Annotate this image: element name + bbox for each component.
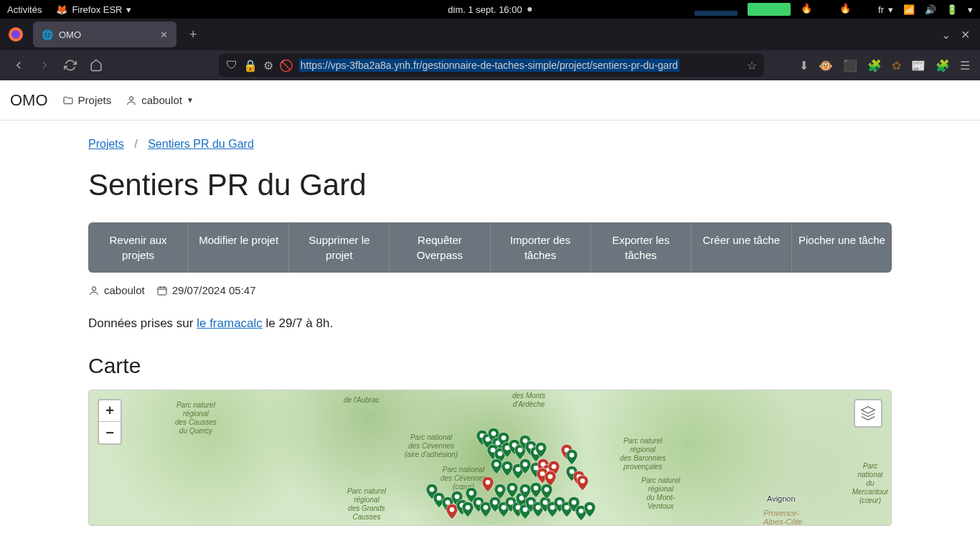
svg-point-45 xyxy=(493,500,498,505)
back-button[interactable] xyxy=(7,54,30,77)
svg-point-21 xyxy=(494,462,499,467)
close-tab-icon[interactable]: ✕ xyxy=(160,29,168,40)
action-query-overpass[interactable]: Requêter Overpass xyxy=(390,222,490,273)
svg-point-61 xyxy=(510,486,515,491)
bookmark-star-icon[interactable]: ☆ xyxy=(747,59,757,72)
extensions-icon[interactable]: 🧩 xyxy=(936,59,950,72)
svg-point-24 xyxy=(523,462,528,467)
map-region-label: de l'Aubrac xyxy=(344,396,380,405)
map-marker[interactable] xyxy=(519,484,531,499)
cpu-graph-icon[interactable] xyxy=(694,3,738,16)
url-text: https://vps-3fba2a8a.ynh.fr/gestionnaire… xyxy=(299,59,679,72)
shield-icon[interactable]: 🛡 xyxy=(226,59,237,72)
map-marker[interactable] xyxy=(577,475,588,491)
map-zoom-out[interactable]: − xyxy=(99,422,121,443)
home-button[interactable] xyxy=(85,54,108,77)
app-brand[interactable]: OMO xyxy=(10,91,48,110)
svg-point-22 xyxy=(505,464,510,469)
map-marker[interactable] xyxy=(501,461,513,476)
permissions-icon[interactable]: ⚙ xyxy=(263,59,273,72)
page-title: Sentiers PR du Gard xyxy=(88,168,892,202)
nav-projects-label: Projets xyxy=(78,94,112,106)
memory-graph-icon[interactable] xyxy=(748,3,791,16)
temp-graph-icon-2[interactable]: 🔥 xyxy=(839,3,868,16)
svg-point-59 xyxy=(588,505,593,510)
battery-icon[interactable]: 🔋 xyxy=(946,4,958,15)
page-content: Projets / Sentiers PR du Gard Sentiers P… xyxy=(88,121,892,543)
desc-suffix: le 29/7 à 8h. xyxy=(263,316,333,330)
reload-button[interactable] xyxy=(59,54,82,77)
map-zoom-in[interactable]: + xyxy=(99,400,121,422)
framacalc-link[interactable]: le framacalc xyxy=(197,316,263,330)
map-container[interactable]: Parc naturelrégionaldes Caussesdu Quercy… xyxy=(88,390,892,526)
svg-point-3 xyxy=(92,286,95,290)
globe-icon: 🌐 xyxy=(42,29,53,40)
map-marker[interactable] xyxy=(530,482,542,498)
map-marker[interactable] xyxy=(491,458,502,474)
map-region-label: Parc nationaldes Cévennes(cœur) xyxy=(440,466,486,491)
action-back-to-projects[interactable]: Revenir aux projets xyxy=(88,222,189,273)
svg-point-39 xyxy=(450,507,455,512)
meta-date: 29/07/2024 05:47 xyxy=(156,284,256,296)
breadcrumb-current[interactable]: Sentiers PR du Gard xyxy=(148,138,254,150)
pocket-icon[interactable]: ⬇ xyxy=(799,59,809,72)
nav-user-menu[interactable]: caboulot ▼ xyxy=(126,94,194,106)
svg-point-36 xyxy=(437,496,442,501)
ext-icon-2[interactable]: 🧩 xyxy=(867,59,882,72)
no-tracking-icon[interactable]: 🚫 xyxy=(279,59,293,72)
gnome-clock[interactable]: dim. 1 sept. 16:00 xyxy=(448,4,522,15)
volume-icon[interactable]: 🔊 xyxy=(925,4,936,15)
map-marker[interactable] xyxy=(584,501,595,517)
gnome-activities[interactable]: Activités xyxy=(7,4,42,15)
map-marker[interactable] xyxy=(507,482,518,498)
map-marker[interactable] xyxy=(519,458,531,474)
new-tab-button[interactable]: + xyxy=(184,24,203,45)
window-close-icon[interactable]: ✕ xyxy=(961,28,970,42)
ext-icon-1[interactable]: 🐵 xyxy=(819,59,833,72)
svg-point-60 xyxy=(498,487,503,492)
reader-icon[interactable]: 📰 xyxy=(911,59,925,72)
map-region-label: Parc nationaldu Mercantour(cœur) xyxy=(849,462,891,505)
map-zoom-control: + − xyxy=(98,399,122,445)
svg-point-34 xyxy=(486,480,491,485)
svg-point-38 xyxy=(455,494,460,499)
breadcrumb: Projets / Sentiers PR du Gard xyxy=(88,138,892,151)
wifi-icon[interactable]: 📶 xyxy=(903,4,915,15)
action-export-tasks[interactable]: Exporter les tâches xyxy=(591,222,692,273)
system-menu-chevron-icon[interactable]: ▾ xyxy=(968,4,973,15)
map-marker[interactable] xyxy=(535,442,547,458)
all-tabs-chevron-icon[interactable]: ⌄ xyxy=(941,28,951,42)
temp-graph-icon[interactable]: 🔥 xyxy=(801,3,829,16)
ext-icon-3[interactable]: ✿ xyxy=(892,59,901,72)
meta-author: caboulot xyxy=(88,284,145,296)
lock-icon[interactable]: 🔒 xyxy=(243,59,258,72)
svg-point-41 xyxy=(469,491,474,496)
map-layers-button[interactable] xyxy=(854,399,882,428)
url-bar[interactable]: 🛡 🔒 ⚙ 🚫 https://vps-3fba2a8a.ynh.fr/gest… xyxy=(219,54,764,77)
project-meta: caboulot 29/07/2024 05:47 xyxy=(88,284,892,296)
firefox-icon[interactable] xyxy=(3,22,29,47)
map-marker[interactable] xyxy=(494,484,506,499)
person-icon xyxy=(88,285,100,296)
keyboard-layout[interactable]: fr ▾ xyxy=(878,4,893,15)
map-marker[interactable] xyxy=(462,501,473,517)
gnome-active-app[interactable]: 🦊 Firefox ESR ▾ xyxy=(56,4,131,15)
svg-point-18 xyxy=(539,446,544,451)
menu-icon[interactable]: ☰ xyxy=(960,59,970,72)
svg-point-20 xyxy=(570,453,575,458)
action-import-tasks[interactable]: Importer des tâches xyxy=(491,222,591,273)
action-pick-task[interactable]: Piocher une tâche xyxy=(792,222,892,273)
browser-tab[interactable]: 🌐 OMO ✕ xyxy=(33,22,176,47)
action-create-task[interactable]: Créer une tâche xyxy=(692,222,792,273)
action-delete-project[interactable]: Supprimer le projet xyxy=(289,222,390,273)
svg-point-64 xyxy=(545,487,550,492)
map-marker[interactable] xyxy=(566,449,578,465)
nav-projects[interactable]: Projets xyxy=(62,94,112,106)
ublock-icon[interactable]: ⬛ xyxy=(843,59,857,72)
action-edit-project[interactable]: Modifier le projet xyxy=(189,222,289,273)
breadcrumb-projects[interactable]: Projets xyxy=(88,138,124,150)
map-marker[interactable] xyxy=(482,476,494,492)
folder-icon xyxy=(62,95,74,106)
map-region-label: des Montsd'Ardèche xyxy=(512,392,545,409)
map-marker[interactable] xyxy=(541,484,552,499)
